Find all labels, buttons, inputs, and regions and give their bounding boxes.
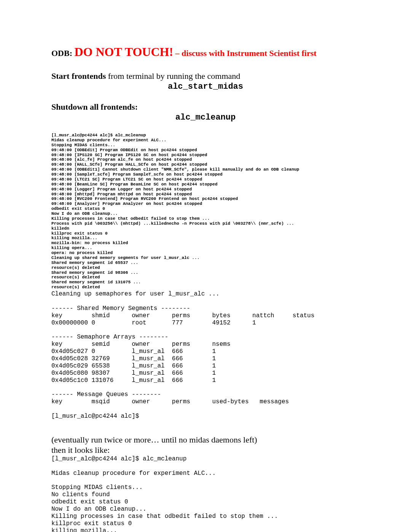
heading-start-frontends: Start frontends from terminal by running… xyxy=(51,71,360,81)
start-frontends-rest: from terminal by running the command xyxy=(106,71,240,81)
eventually-note: (eventually run twice or more… until no … xyxy=(51,435,360,455)
command-mcleanup: alc_mcleanup xyxy=(51,113,360,122)
odb-warn-big: DO NOT TOUCH! xyxy=(75,45,174,59)
terminal-output-second-run: [l_musr_alc@pc4244 alc]$ alc_mcleanup Mi… xyxy=(51,455,360,532)
command-start-midas: alc_start_midas xyxy=(51,82,360,91)
eventually-line1: (eventually run twice or more… until no … xyxy=(51,435,257,444)
start-frontends-bold: Start frontends xyxy=(51,71,106,81)
terminal-output-large: Cleaning up semaphores for user l_musr_a… xyxy=(51,291,360,420)
heading-odb: ODB: DO NOT TOUCH! – discuss with Instru… xyxy=(51,45,360,59)
terminal-output-small: [l_musr_alc@pc4244 alc]$ alc_mcleanup Mi… xyxy=(51,133,360,290)
odb-label: ODB: xyxy=(51,48,75,58)
eventually-line2: then it looks like: xyxy=(51,445,110,455)
odb-warn-rest: – discuss with Instrument Scientist firs… xyxy=(173,48,316,58)
heading-shutdown: Shutdown all frontends: xyxy=(51,102,360,112)
